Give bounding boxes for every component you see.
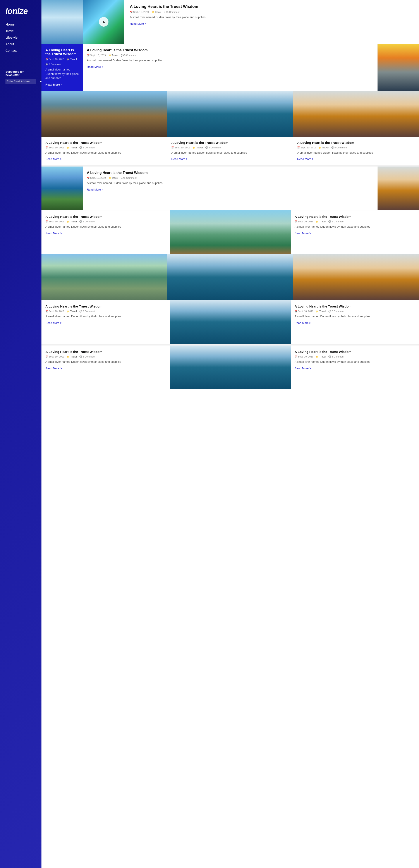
hero-image-aerial	[83, 0, 124, 44]
featured-blue-meta: Sept. 10, 2019 Travel 5 Comment	[45, 58, 79, 66]
hero-article: A Loving Heart is the Truest Wisdom Sept…	[124, 0, 419, 44]
folder-icon-blue	[67, 58, 70, 60]
folder-icon-mid	[108, 177, 111, 179]
nav-link-about[interactable]: About	[5, 42, 14, 46]
featured-white-meta: Sept. 10, 2019 Travel 5 Comment	[87, 54, 374, 57]
calendar-icon-white	[87, 54, 90, 57]
subscribe-input-wrap[interactable]: ➤	[5, 79, 36, 84]
nav-link-home[interactable]: Home	[5, 23, 14, 26]
featured-blue-card: A Loving Heart is the Truest Wisdom Sept…	[41, 44, 83, 91]
featured-white-card: A Loving Heart is the Truest Wisdom Sept…	[83, 44, 378, 91]
nav-item-travel[interactable]: Travel	[5, 29, 36, 33]
bottom-left: A Loving Heart is the Truest Wisdom Sept…	[41, 345, 170, 389]
article-col-3: A Loving Heart is the Truest Wisdom Sept…	[293, 137, 419, 165]
send-icon[interactable]: ➤	[39, 80, 41, 83]
bottom-image	[170, 345, 290, 389]
comment-br2	[328, 310, 331, 313]
bottom-left-title: A Loving Heart is the Truest Wisdom	[45, 350, 166, 353]
block-right-1-read-more[interactable]: Read More >	[295, 231, 311, 235]
col1-title: A Loving Heart is the Truest Wisdom	[45, 141, 163, 145]
block-right-2: A Loving Heart is the Truest Wisdom Sept…	[291, 300, 419, 344]
comment-icon-c2	[205, 146, 208, 149]
block-row-2: A Loving Heart is the Truest Wisdom Sept…	[41, 300, 419, 344]
folder-icon	[152, 11, 154, 13]
nav-item-lifestyle[interactable]: Lifestyle	[5, 36, 36, 39]
folder-icon-white	[108, 54, 111, 57]
comment-bot-r	[328, 355, 331, 358]
calendar-icon	[130, 11, 132, 13]
featured-white-title: A Loving Heart is the Truest Wisdom	[87, 48, 374, 52]
comment-bl2	[79, 310, 82, 313]
comment-bl1	[79, 220, 82, 223]
mid-image-lake	[41, 166, 83, 210]
nav-link-lifestyle[interactable]: Lifestyle	[5, 36, 18, 39]
col1-read-more[interactable]: Read More >	[45, 157, 62, 161]
nav-link-contact[interactable]: Contact	[5, 49, 17, 52]
block-left-1-read-more[interactable]: Read More >	[45, 231, 62, 235]
hero-category: Travel	[152, 11, 161, 13]
hero-image-mountain	[41, 0, 83, 44]
nav-item-about[interactable]: About	[5, 42, 36, 46]
cal-icon-c2	[171, 146, 174, 149]
block-right-1-title: A Loving Heart is the Truest Wisdom	[295, 215, 415, 218]
cal-br2	[295, 310, 297, 313]
hero-comments: 5 Comment	[164, 11, 180, 13]
block-left-1: A Loving Heart is the Truest Wisdom Sept…	[41, 210, 170, 254]
bottom-right-read-more[interactable]: Read More >	[295, 367, 311, 370]
folder-icon-c2	[193, 146, 196, 149]
block-left-2-read-more[interactable]: Read More >	[45, 321, 62, 324]
block-row-1: A Loving Heart is the Truest Wisdom Sept…	[41, 210, 419, 254]
scenic-row-2	[41, 254, 419, 300]
mid-read-more[interactable]: Read More >	[87, 188, 103, 191]
folder-icon-c3	[319, 146, 321, 149]
mid-article-title: A Loving Heart is the Truest Wisdom	[87, 171, 374, 175]
folder-icon-c1	[67, 146, 70, 149]
featured-white-read-more[interactable]: Read More >	[87, 65, 103, 68]
folder-bl1	[67, 220, 70, 223]
col2-read-more[interactable]: Read More >	[171, 157, 188, 161]
cal-br1	[295, 220, 297, 223]
col3-meta: Sept. 10, 2019 Travel 5 Comment	[297, 146, 415, 149]
folder-bot-r	[316, 355, 319, 358]
featured-blue-read-more[interactable]: Read More >	[45, 83, 62, 86]
hero-read-more[interactable]: Read More >	[130, 22, 147, 25]
subscribe-email-input[interactable]	[7, 80, 39, 83]
play-button[interactable]	[99, 17, 108, 27]
folder-br1	[316, 220, 319, 223]
featured-blue-excerpt: A small river named Duden flows by their…	[45, 67, 79, 80]
nav-link-travel[interactable]: Travel	[5, 29, 14, 33]
comment-icon-c1	[79, 146, 82, 149]
hero-article-title: A Loving Heart is the Truest Wisdom	[130, 4, 414, 9]
col3-excerpt: A small river named Duden flows by their…	[297, 151, 415, 155]
scenic-image-coastal-2	[167, 254, 293, 300]
block-left-2-title: A Loving Heart is the Truest Wisdom	[45, 305, 166, 308]
bottom-right-title: A Loving Heart is the Truest Wisdom	[295, 350, 415, 353]
comment-br1	[328, 220, 331, 223]
article-col-2: A Loving Heart is the Truest Wisdom Sept…	[167, 137, 293, 165]
calendar-icon-blue	[45, 58, 48, 60]
bottom-left-excerpt: A small river named Duden flows by their…	[45, 360, 166, 364]
featured-image-rio	[378, 44, 419, 91]
block-left-2: A Loving Heart is the Truest Wisdom Sept…	[41, 300, 170, 344]
block-right-2-read-more[interactable]: Read More >	[295, 321, 311, 324]
comment-icon-c3	[331, 146, 334, 149]
bottom-right: A Loving Heart is the Truest Wisdom Sept…	[291, 345, 419, 389]
col1-meta: Sept. 10, 2019 Travel 5 Comment	[45, 146, 163, 149]
scenic-image-girl-2	[293, 254, 419, 300]
bottom-left-read-more[interactable]: Read More >	[45, 367, 62, 370]
subscribe-label: Subscribe for newsletter	[5, 70, 36, 76]
mid-article-meta: Sept. 10, 2019 Travel 5 Comment	[87, 177, 374, 179]
block-right-2-title: A Loving Heart is the Truest Wisdom	[295, 305, 415, 308]
hero-article-excerpt: A small river named Duden flows by their…	[130, 15, 414, 20]
nav-item-contact[interactable]: Contact	[5, 49, 36, 53]
nav-item-home[interactable]: Home	[5, 23, 36, 26]
cal-icon-c3	[297, 146, 300, 149]
col3-read-more[interactable]: Read More >	[297, 157, 314, 161]
hero-section: A Loving Heart is the Truest Wisdom Sept…	[41, 0, 419, 44]
block-right-1-excerpt: A small river named Duden flows by their…	[295, 225, 415, 229]
featured-blue-title: A Loving Heart is the Truest Wisdom	[45, 48, 79, 56]
cal-bot-l	[45, 355, 48, 358]
subscribe-section: Subscribe for newsletter ➤	[5, 70, 36, 84]
site-logo: ionize	[5, 6, 36, 16]
main-content: A Loving Heart is the Truest Wisdom Sept…	[41, 0, 419, 868]
